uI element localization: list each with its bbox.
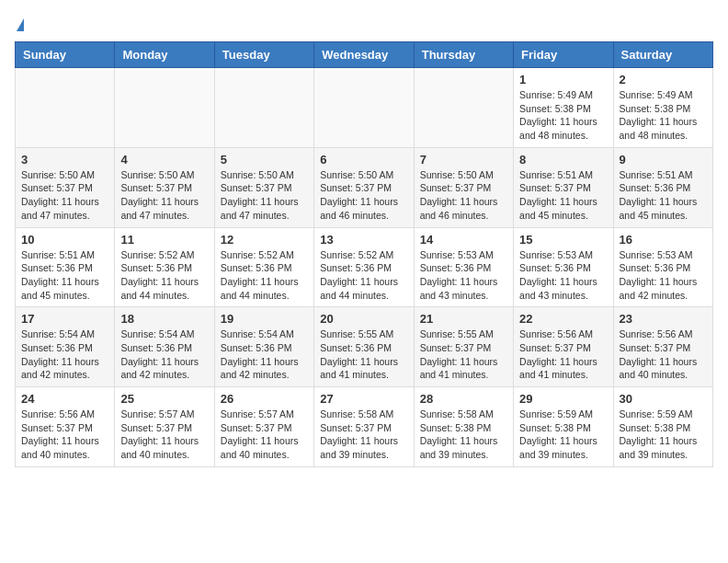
calendar-cell [115, 68, 214, 148]
calendar-cell: 3Sunrise: 5:50 AM Sunset: 5:37 PM Daylig… [16, 147, 115, 227]
day-number: 17 [21, 312, 108, 326]
calendar-cell: 23Sunrise: 5:56 AM Sunset: 5:37 PM Dayli… [613, 307, 712, 387]
logo-triangle-icon [17, 18, 24, 31]
day-number: 14 [420, 233, 507, 247]
day-info: Sunrise: 5:50 AM Sunset: 5:37 PM Dayligh… [21, 168, 108, 223]
day-number: 19 [221, 312, 308, 326]
day-info: Sunrise: 5:56 AM Sunset: 5:37 PM Dayligh… [21, 408, 108, 462]
day-info: Sunrise: 5:55 AM Sunset: 5:36 PM Dayligh… [320, 327, 407, 382]
day-number: 21 [420, 312, 507, 326]
day-number: 1 [519, 73, 607, 86]
day-info: Sunrise: 5:51 AM Sunset: 5:36 PM Dayligh… [620, 168, 707, 223]
day-number: 10 [21, 233, 108, 247]
day-info: Sunrise: 5:50 AM Sunset: 5:37 PM Dayligh… [320, 168, 407, 223]
calendar-cell [414, 68, 513, 148]
day-info: Sunrise: 5:54 AM Sunset: 5:36 PM Dayligh… [120, 327, 208, 382]
calendar-cell: 9Sunrise: 5:51 AM Sunset: 5:36 PM Daylig… [613, 147, 712, 227]
day-number: 8 [519, 153, 607, 167]
calendar-week-row: 24Sunrise: 5:56 AM Sunset: 5:37 PM Dayli… [16, 387, 713, 467]
day-number: 27 [320, 392, 407, 406]
day-info: Sunrise: 5:55 AM Sunset: 5:37 PM Dayligh… [420, 327, 507, 382]
calendar-header-saturday: Saturday [613, 42, 712, 68]
calendar-cell [214, 68, 313, 148]
logo [15, 15, 24, 30]
day-info: Sunrise: 5:59 AM Sunset: 5:38 PM Dayligh… [620, 408, 707, 462]
day-number: 29 [519, 392, 607, 406]
calendar-cell: 11Sunrise: 5:52 AM Sunset: 5:36 PM Dayli… [115, 227, 214, 307]
calendar-cell: 17Sunrise: 5:54 AM Sunset: 5:36 PM Dayli… [16, 307, 115, 387]
calendar-cell: 24Sunrise: 5:56 AM Sunset: 5:37 PM Dayli… [16, 387, 115, 467]
day-info: Sunrise: 5:54 AM Sunset: 5:36 PM Dayligh… [221, 327, 308, 382]
day-number: 25 [120, 392, 208, 406]
calendar-cell: 6Sunrise: 5:50 AM Sunset: 5:37 PM Daylig… [314, 147, 414, 227]
calendar-header-wednesday: Wednesday [314, 42, 414, 68]
day-number: 26 [221, 392, 308, 406]
page-header [15, 15, 713, 30]
day-number: 24 [21, 392, 108, 406]
calendar-cell: 18Sunrise: 5:54 AM Sunset: 5:36 PM Dayli… [115, 307, 214, 387]
day-number: 28 [420, 392, 507, 406]
day-info: Sunrise: 5:57 AM Sunset: 5:37 PM Dayligh… [120, 408, 208, 462]
day-number: 23 [620, 312, 707, 326]
day-number: 2 [620, 73, 707, 86]
day-number: 15 [519, 233, 607, 247]
calendar-header-monday: Monday [115, 42, 214, 68]
day-info: Sunrise: 5:50 AM Sunset: 5:37 PM Dayligh… [420, 168, 507, 223]
calendar-table: SundayMondayTuesdayWednesdayThursdayFrid… [15, 41, 713, 467]
calendar-cell: 21Sunrise: 5:55 AM Sunset: 5:37 PM Dayli… [414, 307, 513, 387]
calendar-cell: 10Sunrise: 5:51 AM Sunset: 5:36 PM Dayli… [16, 227, 115, 307]
calendar-cell: 29Sunrise: 5:59 AM Sunset: 5:38 PM Dayli… [514, 387, 613, 467]
day-number: 12 [221, 233, 308, 247]
day-info: Sunrise: 5:58 AM Sunset: 5:37 PM Dayligh… [320, 408, 407, 462]
day-number: 4 [120, 153, 208, 167]
calendar-cell: 7Sunrise: 5:50 AM Sunset: 5:37 PM Daylig… [414, 147, 513, 227]
calendar-cell: 26Sunrise: 5:57 AM Sunset: 5:37 PM Dayli… [214, 387, 313, 467]
calendar-cell: 2Sunrise: 5:49 AM Sunset: 5:38 PM Daylig… [613, 68, 712, 148]
day-info: Sunrise: 5:59 AM Sunset: 5:38 PM Dayligh… [519, 408, 607, 462]
day-info: Sunrise: 5:58 AM Sunset: 5:38 PM Dayligh… [420, 408, 507, 462]
day-info: Sunrise: 5:50 AM Sunset: 5:37 PM Dayligh… [221, 168, 308, 223]
day-number: 3 [21, 153, 108, 167]
calendar-cell [16, 68, 115, 148]
day-info: Sunrise: 5:51 AM Sunset: 5:36 PM Dayligh… [21, 248, 108, 303]
calendar-header-row: SundayMondayTuesdayWednesdayThursdayFrid… [16, 42, 713, 68]
calendar-week-row: 3Sunrise: 5:50 AM Sunset: 5:37 PM Daylig… [16, 147, 713, 227]
day-info: Sunrise: 5:53 AM Sunset: 5:36 PM Dayligh… [519, 248, 607, 303]
calendar-cell: 1Sunrise: 5:49 AM Sunset: 5:38 PM Daylig… [514, 68, 613, 148]
day-info: Sunrise: 5:52 AM Sunset: 5:36 PM Dayligh… [221, 248, 308, 303]
calendar-cell: 20Sunrise: 5:55 AM Sunset: 5:36 PM Dayli… [314, 307, 414, 387]
day-number: 20 [320, 312, 407, 326]
calendar-cell: 22Sunrise: 5:56 AM Sunset: 5:37 PM Dayli… [514, 307, 613, 387]
calendar-cell: 4Sunrise: 5:50 AM Sunset: 5:37 PM Daylig… [115, 147, 214, 227]
calendar-cell: 25Sunrise: 5:57 AM Sunset: 5:37 PM Dayli… [115, 387, 214, 467]
calendar-cell: 27Sunrise: 5:58 AM Sunset: 5:37 PM Dayli… [314, 387, 414, 467]
calendar-cell: 30Sunrise: 5:59 AM Sunset: 5:38 PM Dayli… [613, 387, 712, 467]
calendar-header-tuesday: Tuesday [214, 42, 313, 68]
day-info: Sunrise: 5:51 AM Sunset: 5:37 PM Dayligh… [519, 168, 607, 223]
day-info: Sunrise: 5:49 AM Sunset: 5:38 PM Dayligh… [620, 88, 707, 143]
day-number: 13 [320, 233, 407, 247]
calendar-cell: 19Sunrise: 5:54 AM Sunset: 5:36 PM Dayli… [214, 307, 313, 387]
day-info: Sunrise: 5:50 AM Sunset: 5:37 PM Dayligh… [120, 168, 208, 223]
day-info: Sunrise: 5:57 AM Sunset: 5:37 PM Dayligh… [221, 408, 308, 462]
day-number: 30 [620, 392, 707, 406]
calendar-cell: 14Sunrise: 5:53 AM Sunset: 5:36 PM Dayli… [414, 227, 513, 307]
day-number: 6 [320, 153, 407, 167]
calendar-cell: 15Sunrise: 5:53 AM Sunset: 5:36 PM Dayli… [514, 227, 613, 307]
day-number: 11 [120, 233, 208, 247]
calendar-week-row: 17Sunrise: 5:54 AM Sunset: 5:36 PM Dayli… [16, 307, 713, 387]
calendar-header-sunday: Sunday [16, 42, 115, 68]
day-info: Sunrise: 5:49 AM Sunset: 5:38 PM Dayligh… [519, 88, 607, 143]
calendar-header-thursday: Thursday [414, 42, 513, 68]
day-number: 5 [221, 153, 308, 167]
calendar-cell: 28Sunrise: 5:58 AM Sunset: 5:38 PM Dayli… [414, 387, 513, 467]
day-info: Sunrise: 5:54 AM Sunset: 5:36 PM Dayligh… [21, 327, 108, 382]
day-info: Sunrise: 5:53 AM Sunset: 5:36 PM Dayligh… [420, 248, 507, 303]
day-info: Sunrise: 5:52 AM Sunset: 5:36 PM Dayligh… [320, 248, 407, 303]
day-info: Sunrise: 5:56 AM Sunset: 5:37 PM Dayligh… [620, 327, 707, 382]
day-info: Sunrise: 5:56 AM Sunset: 5:37 PM Dayligh… [519, 327, 607, 382]
calendar-cell: 5Sunrise: 5:50 AM Sunset: 5:37 PM Daylig… [214, 147, 313, 227]
calendar-cell: 8Sunrise: 5:51 AM Sunset: 5:37 PM Daylig… [514, 147, 613, 227]
calendar-week-row: 1Sunrise: 5:49 AM Sunset: 5:38 PM Daylig… [16, 68, 713, 148]
calendar-header-friday: Friday [514, 42, 613, 68]
